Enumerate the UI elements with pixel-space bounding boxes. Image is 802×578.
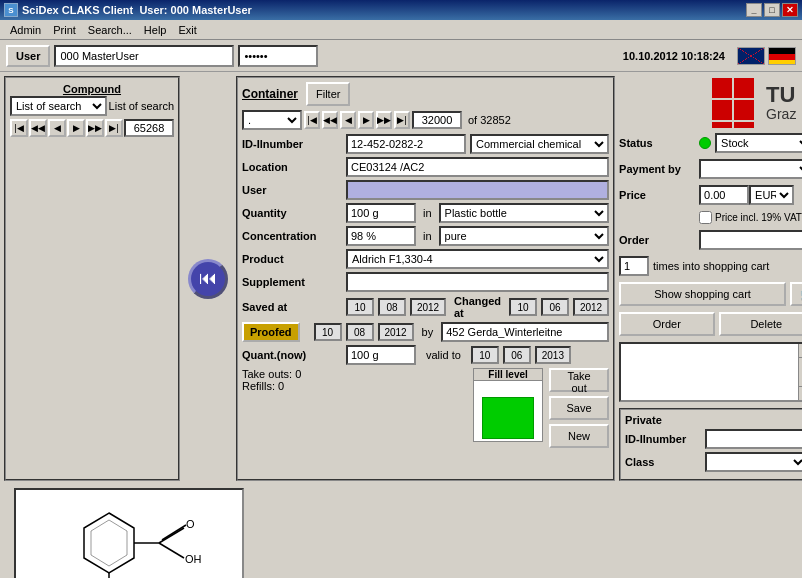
saved-mm[interactable] [378,298,406,316]
shopping-buttons-row: Show shopping cart 🛒 [619,282,802,306]
new-button[interactable]: New [549,424,609,448]
concentration-label: Concentration [242,230,342,242]
tu-text: TU [766,84,796,106]
nav-next-next[interactable]: ▶▶ [86,119,104,137]
private-label: Private [625,414,802,426]
menu-bar: Admin Print Search... Help Exit [0,20,802,40]
concentration-type-select[interactable]: pure [439,226,610,246]
menu-exit[interactable]: Exit [172,22,202,38]
valid-mm[interactable] [503,346,531,364]
order-button[interactable]: Order [619,312,715,336]
minimize-button[interactable]: _ [746,3,762,17]
tu-text-area: TU Graz [766,84,796,122]
class-label: Class [625,456,705,468]
scroll-area[interactable]: ▲ ▼ [619,342,802,402]
status-select[interactable]: Stock [715,133,802,153]
valid-yyyy[interactable] [535,346,571,364]
order-label-row: Order [619,230,802,250]
saved-yyyy[interactable] [410,298,446,316]
nav-prev-prev[interactable]: ◀◀ [29,119,47,137]
back-button[interactable]: ⏮ [188,259,228,299]
close-button[interactable]: ✕ [782,3,798,17]
quant-now-input[interactable] [346,345,416,365]
location-input[interactable] [346,157,609,177]
shopping-icon-button[interactable]: 🛒 [790,282,802,306]
compound-search-row: List of search List of search [10,96,174,116]
maximize-button[interactable]: □ [764,3,780,17]
menu-print[interactable]: Print [47,22,82,38]
compound-search-select[interactable]: List of search [10,96,107,116]
flag-uk[interactable] [737,47,765,65]
compound-nav-input[interactable] [124,119,174,137]
menu-help[interactable]: Help [138,22,173,38]
svg-rect-3 [734,100,754,120]
product-select[interactable]: Aldrich F1,330-4 [346,249,609,269]
scroll-bar-v[interactable]: ▲ ▼ [798,344,802,400]
flag-de[interactable] [768,47,796,65]
cnt-nav-first[interactable]: |◀ [304,111,320,129]
molecule-display: F OH O [14,488,244,578]
filter-button[interactable]: Filter [306,82,350,106]
by-input[interactable] [441,322,609,342]
menu-search[interactable]: Search... [82,22,138,38]
price-input[interactable] [699,185,749,205]
private-id-row: ID-Ilnumber [625,429,802,449]
show-shopping-button[interactable]: Show shopping cart [619,282,786,306]
menu-admin[interactable]: Admin [4,22,47,38]
id-type-select[interactable]: Commercial chemical [470,134,609,154]
nav-first[interactable]: |◀ [10,119,28,137]
container-dot-select[interactable]: . [242,110,302,130]
changed-dd[interactable] [509,298,537,316]
changed-yyyy[interactable] [573,298,609,316]
quantity-type-select[interactable]: Plastic bottle [439,203,610,223]
supplement-row: Supplement [242,272,609,292]
valid-dd[interactable] [471,346,499,364]
proofed-yyyy[interactable] [378,323,414,341]
takeouts-text: Take outs: 0 [242,368,467,380]
proofed-dd[interactable] [314,323,342,341]
proofed-button[interactable]: Proofed [242,322,300,342]
shopping-qty-input[interactable] [619,256,649,276]
cnt-nav-prev[interactable]: ◀ [340,111,356,129]
app-icon: S [4,3,18,17]
nav-prev[interactable]: ◀ [48,119,66,137]
main-content: Compound List of search List of search |… [0,72,802,578]
currency-select[interactable]: EUR [749,185,794,205]
cnt-nav-next-next[interactable]: ▶▶ [376,111,392,129]
nav-next[interactable]: ▶ [67,119,85,137]
cnt-nav-prev-prev[interactable]: ◀◀ [322,111,338,129]
nav-last[interactable]: ▶| [105,119,123,137]
user-field[interactable] [54,45,234,67]
supplement-input[interactable] [346,272,609,292]
vat-checkbox[interactable] [699,211,712,224]
class-select[interactable] [705,452,802,472]
container-nav-input[interactable] [412,111,462,129]
user-button[interactable]: User [6,45,50,67]
delete-button[interactable]: Delete [719,312,802,336]
payment-select[interactable] [699,159,802,179]
private-id-input[interactable] [705,429,802,449]
user-input[interactable] [346,180,609,200]
cnt-nav-last[interactable]: ▶| [394,111,410,129]
id-number-input[interactable] [346,134,466,154]
cnt-nav-next[interactable]: ▶ [358,111,374,129]
proofed-mm[interactable] [346,323,374,341]
payment-row: Payment by [619,159,802,179]
save-button[interactable]: Save [549,396,609,420]
fill-level-bar [482,397,534,439]
status-row: Status Stock [619,133,802,153]
order-input[interactable] [699,230,802,250]
shopping-row: times into shopping cart [619,256,802,276]
svg-line-11 [162,525,186,540]
take-out-button[interactable]: Take out [549,368,609,392]
svg-text:O: O [186,518,195,530]
title-bar: S SciDex CLAKS Client User: 000 MasterUs… [0,0,802,20]
password-field[interactable] [238,45,318,67]
compound-bottom: F OH O Sum over container: <no informati… [4,484,254,578]
quantity-input[interactable] [346,203,416,223]
saved-dd[interactable] [346,298,374,316]
concentration-row: Concentration in pure [242,226,609,246]
concentration-input[interactable] [346,226,416,246]
valid-to-label: valid to [426,349,461,361]
changed-mm[interactable] [541,298,569,316]
